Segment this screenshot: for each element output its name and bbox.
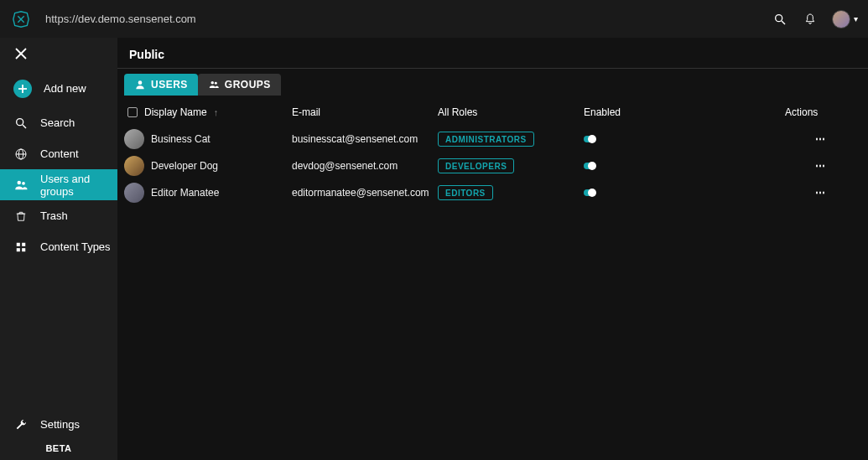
beta-label: BETA — [0, 440, 117, 460]
tab-label: USERS — [151, 79, 188, 90]
svg-rect-13 — [17, 242, 20, 246]
avatar — [124, 183, 144, 203]
role-chip[interactable]: ADMINISTRATORS — [438, 132, 534, 147]
avatar — [124, 156, 144, 176]
enabled-toggle[interactable] — [584, 136, 595, 142]
svg-point-6 — [17, 118, 23, 125]
globe-icon — [13, 147, 29, 162]
svg-point-18 — [211, 81, 214, 85]
sidebar-item-label: Settings — [40, 418, 80, 431]
sidebar-item-search[interactable]: Search — [0, 107, 117, 138]
sidebar-item-add-new[interactable]: Add new — [0, 70, 117, 107]
row-email: businesscat@sensenet.com — [292, 133, 438, 145]
column-header-actions: Actions — [785, 106, 835, 118]
widgets-icon — [13, 240, 29, 255]
svg-point-17 — [138, 80, 143, 85]
column-header-enabled[interactable]: Enabled — [584, 106, 785, 118]
sidebar-item-users-groups[interactable]: Users and groups — [0, 169, 117, 200]
row-email: editormanatee@sensenet.com — [292, 187, 438, 199]
avatar — [124, 129, 144, 149]
sidebar-item-label: Users and groups — [40, 173, 117, 198]
user-menu[interactable]: ▾ — [832, 10, 858, 28]
row-actions-menu[interactable]: ⋯ — [785, 187, 835, 199]
sort-ascending-icon: ↑ — [214, 107, 219, 117]
row-actions-menu[interactable]: ⋯ — [785, 160, 835, 172]
role-chip[interactable]: DEVELOPERS — [438, 158, 514, 173]
sidebar-item-label: Add new — [44, 82, 86, 95]
tab-users[interactable]: USERS — [124, 74, 198, 96]
person-icon — [134, 79, 146, 90]
svg-line-7 — [23, 125, 26, 128]
plus-icon — [13, 80, 32, 98]
sidebar-item-label: Trash — [40, 209, 68, 222]
row-name: Developer Dog — [151, 160, 218, 172]
sidebar-item-label: Content Types — [40, 240, 111, 253]
svg-rect-14 — [22, 242, 25, 246]
svg-point-12 — [22, 181, 25, 184]
page-title: Public — [129, 48, 856, 61]
sidebar-item-content[interactable]: Content — [0, 138, 117, 169]
sidebar-item-label: Search — [40, 116, 75, 129]
table-row[interactable]: Editor Manatee editormanatee@sensenet.co… — [124, 179, 861, 206]
select-all-checkbox[interactable] — [127, 107, 138, 117]
close-icon[interactable] — [15, 48, 27, 59]
svg-rect-16 — [22, 248, 25, 251]
row-name: Editor Manatee — [151, 187, 219, 199]
enabled-toggle[interactable] — [584, 163, 595, 169]
svg-rect-15 — [17, 248, 20, 251]
chevron-down-icon: ▾ — [854, 14, 858, 23]
tab-groups[interactable]: GROUPS — [198, 74, 281, 96]
role-chip[interactable]: EDITORS — [438, 185, 493, 200]
svg-line-1 — [782, 21, 785, 24]
row-name: Business Cat — [151, 133, 211, 145]
sidebar-item-label: Content — [40, 147, 79, 160]
url-bar: https://dev.demo.sensenet.com — [42, 13, 772, 25]
row-actions-menu[interactable]: ⋯ — [785, 133, 835, 145]
sidebar-item-trash[interactable]: Trash — [0, 200, 117, 231]
column-header-roles[interactable]: All Roles — [438, 106, 584, 118]
svg-point-11 — [18, 180, 22, 184]
wrench-icon — [13, 417, 29, 432]
search-icon — [13, 116, 29, 131]
tab-label: GROUPS — [225, 79, 271, 90]
enabled-toggle[interactable] — [584, 189, 595, 196]
svg-point-19 — [215, 82, 217, 85]
sidebar-item-settings[interactable]: Settings — [0, 409, 117, 440]
table-row[interactable]: Developer Dog devdog@sensenet.com DEVELO… — [124, 152, 861, 179]
table-row[interactable]: Business Cat businesscat@sensenet.com AD… — [124, 126, 861, 152]
group-icon — [208, 79, 220, 90]
trash-icon — [13, 209, 29, 224]
search-icon[interactable] — [772, 11, 788, 28]
column-header-display-name[interactable]: Display Name — [144, 106, 207, 118]
sidebar-item-content-types[interactable]: Content Types — [0, 231, 117, 262]
notifications-icon[interactable] — [802, 11, 819, 28]
avatar — [832, 10, 850, 28]
column-header-email[interactable]: E-mail — [292, 106, 438, 118]
row-email: devdog@sensenet.com — [292, 160, 438, 172]
svg-point-0 — [776, 14, 782, 21]
group-icon — [13, 178, 29, 193]
app-logo[interactable] — [0, 0, 42, 38]
